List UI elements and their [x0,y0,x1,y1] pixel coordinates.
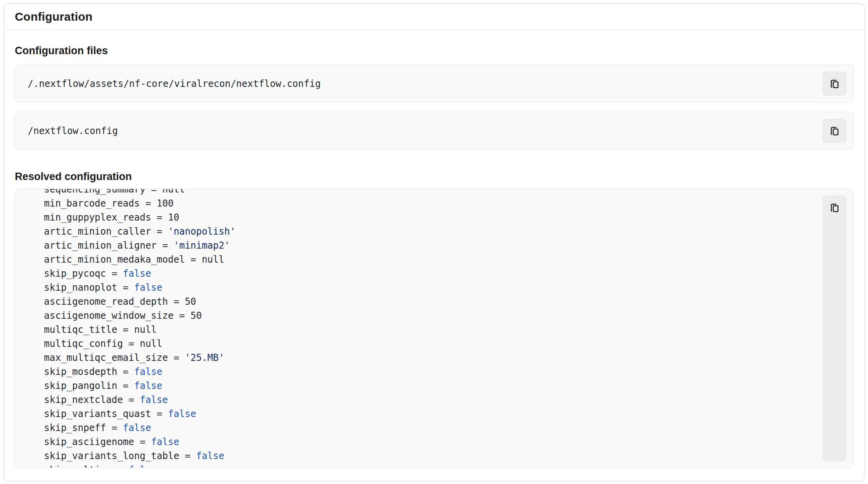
card-header: Configuration [4,4,864,30]
copy-button[interactable] [822,195,847,461]
config-line: sequencing_summary = null [21,189,853,196]
configuration-files-heading: Configuration files [15,45,854,57]
config-line: min_guppyplex_reads = 10 [21,210,853,224]
copy-button[interactable] [822,118,847,143]
config-line: skip_asciigenome = false [21,435,853,449]
config-line: skip_pangolin = false [21,379,853,393]
config-file-box: /nextflow.config [15,112,854,150]
config-line: asciigenome_read_depth = 50 [21,295,853,309]
resolved-configuration-block[interactable]: sequencing_summary = null min_barcode_re… [15,189,854,468]
card-body: Configuration files /.nextflow/assets/nf… [4,45,864,468]
config-line: multiqc_config = null [21,337,853,351]
config-line: multiqc_title = null [21,323,853,337]
configuration-card: Configuration Configuration files /.next… [4,3,864,481]
config-line: skip_mosdepth = false [21,365,853,379]
config-file-path: /nextflow.config [28,125,118,136]
config-line: artic_minion_caller = 'nanopolish' [21,224,853,238]
config-line: artic_minion_medaka_model = null [21,253,853,267]
config-line: skip_nanoplot = false [21,281,853,295]
config-file-path: /.nextflow/assets/nf-core/viralrecon/nex… [28,78,321,89]
config-line: skip_multiqc = false [21,463,853,468]
page-title: Configuration [15,10,92,23]
resolved-configuration-code: sequencing_summary = null min_barcode_re… [15,189,853,468]
config-line: skip_variants_quast = false [21,407,853,421]
config-line: max_multiqc_email_size = '25.MB' [21,351,853,365]
copy-button[interactable] [822,71,847,96]
config-line: min_barcode_reads = 100 [21,196,853,210]
config-file-box: /.nextflow/assets/nf-core/viralrecon/nex… [15,65,854,102]
resolved-configuration-heading: Resolved configuration [15,171,854,183]
config-line: skip_pycoqc = false [21,267,853,281]
config-line: skip_variants_long_table = false [21,449,853,463]
config-line: asciigenome_window_size = 50 [21,309,853,323]
config-line: skip_snpeff = false [21,421,853,435]
copy-icon [828,201,841,214]
config-line: artic_minion_aligner = 'minimap2' [21,238,853,253]
copy-icon [828,78,841,90]
config-line: skip_nextclade = false [21,393,853,407]
copy-icon [828,125,841,137]
